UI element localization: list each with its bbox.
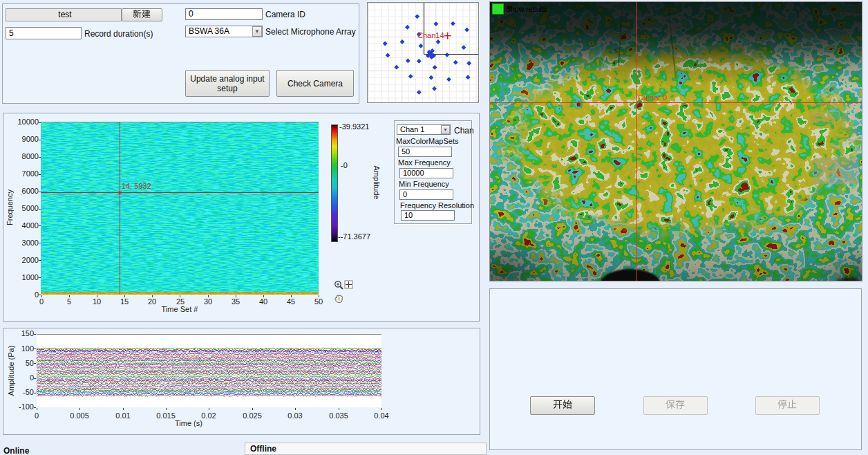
svg-text:14, 5932: 14, 5932 bbox=[122, 182, 151, 190]
svg-text:Chan14: Chan14 bbox=[417, 31, 444, 39]
